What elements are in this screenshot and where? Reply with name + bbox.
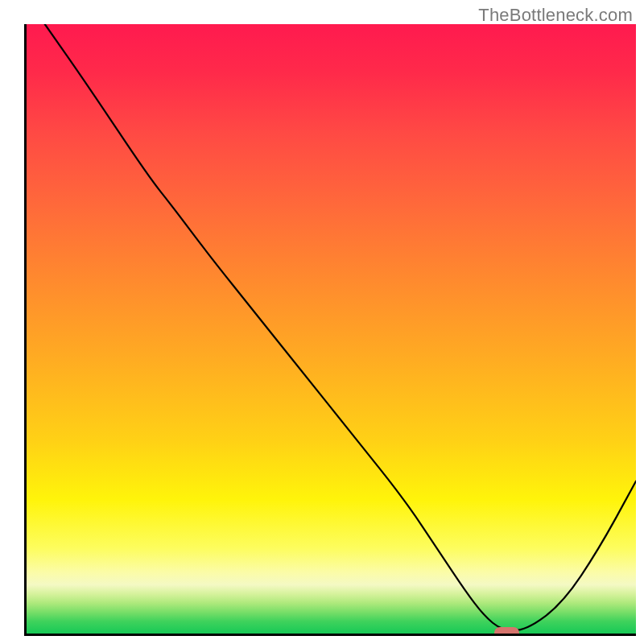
optimal-point-marker [494, 627, 518, 636]
bottleneck-curve [27, 24, 636, 634]
watermark-text: TheBottleneck.com [478, 5, 633, 26]
chart-plot-area [24, 24, 636, 636]
chart-container: TheBottleneck.com [0, 0, 644, 644]
